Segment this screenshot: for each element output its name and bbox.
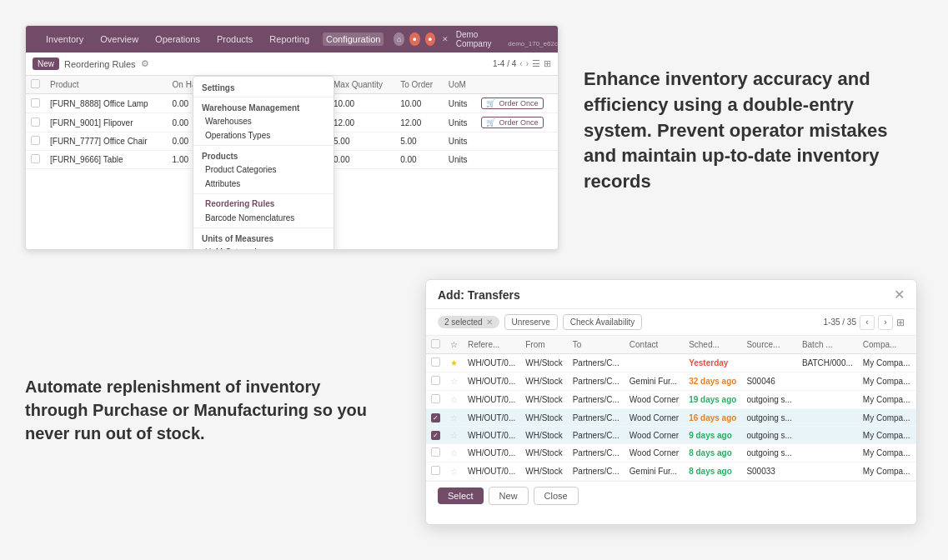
dialog-close-button[interactable]: ✕ [894,288,905,302]
select-all-checkbox[interactable] [31,79,40,88]
to-order-value: 12.00 [395,113,444,132]
order-once-button[interactable]: 🛒 Order Once [481,98,544,109]
row-checkbox-checked[interactable]: ✓ [431,413,440,422]
product-name: [FURN_9666] Table [45,151,168,169]
uom-value: Units [444,151,476,169]
star-empty-icon[interactable]: ☆ [450,431,458,440]
star-empty-icon[interactable]: ☆ [450,377,458,386]
close-dialog-button[interactable]: Close [534,487,579,505]
row-checkbox[interactable] [431,394,440,403]
ref-value: WH/OUT/0... [463,462,520,481]
row-checkbox[interactable] [431,448,440,457]
product-name: [FURN_9001] Flipover [45,113,168,132]
clear-selection-icon[interactable]: ✕ [486,318,493,327]
uom-value: Units [444,132,476,151]
uom-value: Units [444,94,476,113]
order-once-button[interactable]: 🛒 Order Once [481,117,544,128]
dropdown-uom-categories[interactable]: UoM Categories [193,245,334,250]
dialog-title: Add: Transfers [438,288,520,302]
ref-value: WH/OUT/0... [463,444,520,462]
user-info: Mitchell Admin demo_170_e62c93a8d28f_178… [508,31,559,48]
grid-view-icon[interactable]: ⊞ [544,58,551,69]
star-empty-icon[interactable]: ☆ [450,467,458,476]
home-icon[interactable]: ⌂ [394,32,404,46]
max-qty-value: 10.00 [329,94,395,113]
nav-products[interactable]: Products [213,32,256,46]
row-checkbox[interactable] [431,466,440,475]
list-view-icon[interactable]: ☰ [532,58,540,69]
dialog-select-all[interactable] [431,339,440,348]
col-maxqty: Max Quantity [329,76,395,94]
star-empty-icon[interactable]: ☆ [450,395,458,404]
dialog-next-button[interactable]: › [878,315,893,330]
nav-inventory[interactable]: Inventory [43,32,87,46]
company-value: My Compa... [858,372,915,391]
dropdown-warehouses[interactable]: Warehouses [193,114,334,128]
row-checkbox-checked[interactable]: ✓ [431,431,440,440]
col-toorder: To Order [395,76,444,94]
close-icon[interactable]: ✕ [440,32,451,46]
table-row: ★ WH/OUT/0... WH/Stock Partners/C... Yes… [426,354,916,372]
odoo-content: Product On Hand Forecast Min Quantity Ma… [26,76,558,169]
col-company: Compa... [858,336,915,354]
sched-value: 16 days ago [689,413,736,422]
row-checkbox[interactable] [31,154,40,163]
activity-icon[interactable]: ● [425,32,436,46]
discuss-icon[interactable]: ● [409,32,420,46]
nav-reporting[interactable]: Reporting [266,32,313,46]
contact-value: Wood Corner [624,391,684,409]
filter-icon[interactable]: ⊞ [896,317,905,328]
divider [193,193,334,194]
row-checkbox[interactable] [431,358,440,367]
nav-configuration[interactable]: Configuration [323,32,384,46]
add-transfers-dialog: Add: Transfers ✕ 2 selected ✕ Unreserve … [425,279,917,525]
new-transfer-button[interactable]: New [489,487,529,505]
transfers-table-container: ☆ Refere... From To Contact Sched... Sou… [426,336,916,481]
bottom-left-description: Automate replenishment of inventory thro… [25,375,375,445]
check-availability-button[interactable]: Check Availability [563,314,643,330]
dropdown-reordering-rules[interactable]: Reordering Rules [193,197,334,211]
company-value: My Compa... [858,391,915,409]
nav-operations[interactable]: Operations [152,32,203,46]
star-empty-icon[interactable]: ☆ [450,413,458,422]
nav-next-icon[interactable]: › [526,59,529,68]
from-value: WH/Stock [520,372,567,391]
sched-value: 19 days ago [689,395,736,404]
col-uom: UoM [444,76,476,94]
dropdown-wh-header: Warehouse Management [193,100,334,114]
dropdown-operations-types[interactable]: Operations Types [193,128,334,142]
batch-value [797,462,858,481]
dropdown-barcode[interactable]: Barcode Nomenclatures [193,211,334,225]
sched-value: Yesterday [689,358,728,368]
breadcrumb: Reordering Rules [64,59,136,69]
star-icon[interactable]: ★ [450,358,458,368]
sched-value: 8 days ago [689,448,732,458]
col-product: Product [45,76,168,94]
sched-value: 8 days ago [689,467,732,476]
contact-value [624,354,684,372]
dialog-prev-button[interactable]: ‹ [860,315,875,330]
row-checkbox[interactable] [431,376,440,385]
contact-value: Gemini Fur... [624,372,684,391]
row-checkbox[interactable] [31,98,40,108]
company-name: Demo Company [456,30,504,48]
row-checkbox[interactable] [31,136,40,145]
col-batch: Batch ... [797,336,858,354]
nav-overview[interactable]: Overview [97,32,142,46]
company-value: My Compa... [858,409,915,427]
settings-gear-icon[interactable]: ⚙ [141,58,149,69]
new-button[interactable]: New [33,58,59,70]
contact-value: Wood Corner [624,427,684,444]
dropdown-product-categories[interactable]: Product Categories [193,162,334,177]
star-empty-icon[interactable]: ☆ [450,448,458,458]
batch-value [797,391,858,409]
inventory-panel: Inventory Overview Operations Products R… [25,25,559,250]
select-button[interactable]: Select [438,488,484,504]
dropdown-settings-header: Settings [193,80,334,94]
unreserve-button[interactable]: Unreserve [504,314,558,330]
row-checkbox[interactable] [31,118,40,127]
nav-prev-icon[interactable]: ‹ [519,59,522,68]
dropdown-attributes[interactable]: Attributes [193,177,334,191]
source-value: outgoing s... [741,391,796,409]
max-qty-value: 0.00 [329,151,395,169]
